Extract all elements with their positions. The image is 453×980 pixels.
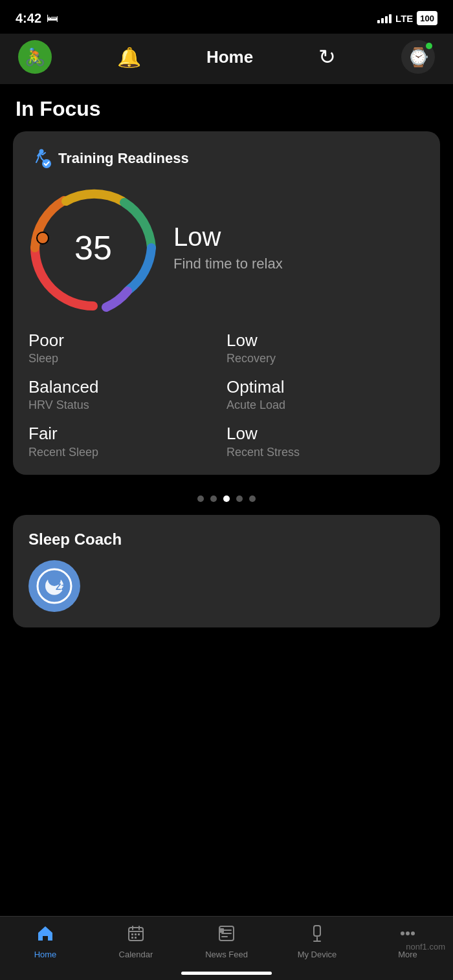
stat-recovery-label: Recovery — [226, 352, 425, 365]
stat-hrv-value: Balanced — [28, 377, 226, 397]
stat-recent-sleep: Fair Recent Sleep — [28, 424, 226, 459]
stat-sleep: Poor Sleep — [28, 331, 226, 365]
stat-acute-load: Optimal Acute Load — [226, 377, 425, 412]
sleep-coach-card[interactable]: Sleep Coach Zz — [13, 515, 440, 627]
stat-acute-load-value: Optimal — [226, 377, 425, 397]
stat-recovery: Low Recovery — [226, 331, 425, 365]
battery-level: 100 — [420, 14, 434, 23]
svg-point-2 — [37, 232, 49, 244]
svg-text:Zz: Zz — [56, 582, 66, 592]
bed-icon: 🛏 — [47, 12, 58, 25]
my-device-icon — [308, 924, 326, 947]
stat-recent-stress-value: Low — [226, 424, 425, 444]
stat-recovery-value: Low — [226, 331, 425, 351]
stat-recent-sleep-value: Fair — [28, 424, 226, 444]
gauge-score: 35 — [74, 228, 112, 267]
main-content: In Focus Training Readiness — [0, 84, 453, 627]
calendar-icon — [127, 924, 145, 947]
in-focus-title: In Focus — [13, 97, 440, 121]
svg-rect-13 — [135, 937, 137, 939]
home-indicator — [181, 972, 272, 975]
nav-item-my-device[interactable]: My Device — [272, 924, 362, 959]
card-title: Training Readiness — [58, 150, 189, 167]
svg-rect-18 — [219, 928, 224, 933]
calendar-label: Calendar — [119, 950, 153, 959]
user-avatar[interactable]: 🚴 — [18, 40, 52, 74]
signal-bars — [377, 13, 392, 23]
gauge-status-desc: Find time to relax — [173, 255, 425, 274]
status-time: 4:42 — [16, 11, 41, 26]
bottom-nav: Home Calendar — [0, 916, 453, 980]
stat-recent-stress: Low Recent Stress — [226, 424, 425, 459]
training-icon — [28, 147, 52, 170]
dot-4[interactable] — [236, 495, 243, 502]
home-icon — [36, 924, 54, 947]
my-device-label: My Device — [298, 950, 337, 959]
svg-rect-9 — [131, 933, 133, 935]
stat-recent-stress-label: Recent Stress — [226, 446, 425, 459]
nav-bar: 🚴 🔔 Home ↻ ⌚ — [0, 34, 453, 84]
stat-acute-load-label: Acute Load — [226, 398, 425, 412]
sleep-coach-icon: Zz — [28, 560, 80, 612]
svg-point-22 — [401, 931, 404, 935]
card-header: Training Readiness — [28, 147, 425, 170]
stat-sleep-value: Poor — [28, 331, 226, 351]
nav-item-home[interactable]: Home — [0, 924, 91, 959]
status-bar: 4:42 🛏 LTE 100 — [0, 0, 453, 34]
nav-item-calendar[interactable]: Calendar — [91, 924, 181, 959]
stats-grid: Poor Sleep Low Recovery Balanced HRV Sta… — [28, 331, 425, 459]
stat-sleep-label: Sleep — [28, 352, 226, 365]
stat-hrv: Balanced HRV Status — [28, 377, 226, 412]
sleep-icon-svg: Zz — [35, 567, 74, 605]
sleep-coach-title: Sleep Coach — [28, 530, 425, 549]
training-icon-wrap — [28, 147, 52, 170]
watch-online-dot — [426, 43, 432, 49]
stat-recent-sleep-label: Recent Sleep — [28, 446, 226, 459]
svg-point-23 — [406, 931, 410, 935]
dot-2[interactable] — [210, 495, 217, 502]
svg-rect-12 — [131, 937, 133, 939]
watch-button[interactable]: ⌚ — [401, 40, 435, 74]
gauge-container: 35 — [28, 183, 158, 312]
training-readiness-card[interactable]: Training Readiness — [13, 131, 440, 475]
svg-point-24 — [411, 931, 415, 935]
refresh-button[interactable]: ↻ — [318, 45, 336, 69]
gauge-section: 35 Low Find time to relax — [28, 183, 425, 312]
svg-rect-19 — [314, 926, 320, 936]
pagination — [13, 485, 440, 515]
svg-rect-10 — [135, 933, 137, 935]
home-label: Home — [34, 950, 57, 959]
watermark: nonf1.com — [406, 942, 445, 952]
dot-3[interactable] — [223, 495, 230, 502]
news-feed-label: News Feed — [205, 950, 248, 959]
gauge-status-title: Low — [173, 223, 425, 251]
battery-indicator: 100 — [417, 11, 437, 25]
dot-5[interactable] — [249, 495, 256, 502]
status-icons: LTE 100 — [377, 11, 437, 25]
stat-hrv-label: HRV Status — [28, 398, 226, 412]
svg-rect-11 — [138, 933, 140, 935]
news-feed-icon — [217, 924, 236, 947]
nav-title: Home — [206, 47, 253, 67]
lte-label: LTE — [395, 13, 413, 24]
nav-item-news-feed[interactable]: News Feed — [181, 924, 272, 959]
gauge-status: Low Find time to relax — [173, 223, 425, 274]
avatar-emoji: 🚴 — [25, 47, 45, 67]
notification-bell[interactable]: 🔔 — [117, 46, 141, 69]
dot-1[interactable] — [197, 495, 204, 502]
bottom-nav-items: Home Calendar — [0, 924, 453, 959]
watch-icon: ⌚ — [407, 47, 430, 68]
